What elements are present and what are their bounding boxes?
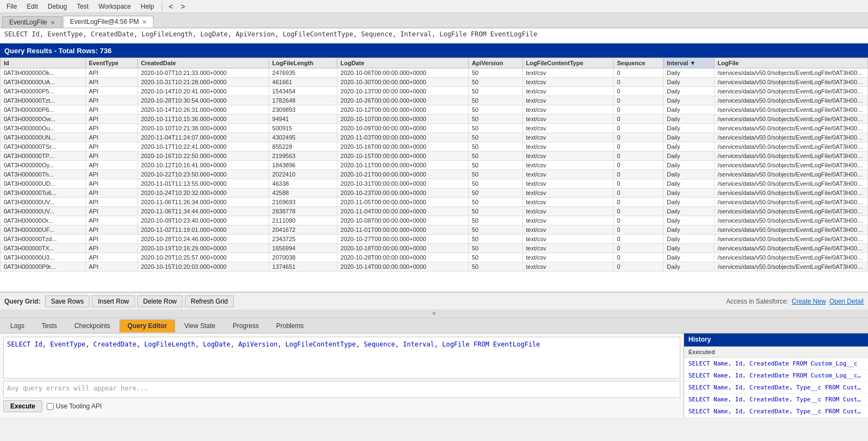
editor-sql-display[interactable]: SELECT Id, EventType, CreatedDate, LogFi… [3, 337, 680, 379]
history-item[interactable]: SELECT Name, Id, CreatedDate FROM Custom… [684, 358, 868, 370]
table-row[interactable]: 0AT3H000000P6...API2020-10-14T10:26:31.0… [1, 105, 868, 115]
table-row[interactable]: 0AT3H000000Th...API2020-10-22T10:23:50.0… [1, 170, 868, 179]
tab-tests[interactable]: Tests [34, 319, 65, 332]
tab-checkpoints[interactable]: Checkpoints [66, 319, 118, 332]
col-logdate[interactable]: LogDate [337, 58, 468, 68]
table-cell: 50 [468, 225, 522, 235]
table-cell: text/csv [522, 253, 614, 262]
tab-eventlogfile-time[interactable]: EventLogFile@4:56 PM ✕ [63, 16, 154, 28]
table-cell: 0 [614, 225, 663, 235]
col-id[interactable]: Id [1, 58, 86, 68]
tab-query-editor[interactable]: Query Editor [119, 319, 175, 332]
table-cell: /services/data/v50.0/sobjects/EventLogFi… [714, 152, 867, 161]
col-logfile[interactable]: LogFile [714, 58, 867, 68]
table-cell: 0AT3H000000Oy... [1, 161, 86, 170]
table-row[interactable]: 0AT3H000000TP...API2020-10-16T10:22:50.0… [1, 152, 868, 161]
sql-text: SELECT Id, EventType, CreatedDate, LogFi… [4, 30, 538, 38]
table-row[interactable]: 0AT3H000000UD...API2020-11-01T11:13:55.0… [1, 179, 868, 188]
table-cell: /services/data/v50.0/sobjects/EventLogFi… [714, 235, 867, 244]
table-row[interactable]: 0AT3H000000Oy...API2020-10-12T10:16:41.0… [1, 161, 868, 170]
history-item[interactable]: SELECT Name, Id, CreatedDate, Type__c FR… [684, 394, 868, 406]
tab-view-state[interactable]: View State [176, 319, 224, 332]
table-cell: Daily [663, 262, 714, 272]
col-eventtype[interactable]: EventType [85, 58, 137, 68]
menu-file[interactable]: File [2, 2, 21, 11]
table-row[interactable]: 0AT3H000000UN...API2020-11-04T11:24:07.0… [1, 133, 868, 142]
tab-progress[interactable]: Progress [225, 319, 267, 332]
table-row[interactable]: 0AT3H000000To6...API2020-10-24T10:20:32.… [1, 188, 868, 198]
history-item[interactable]: SELECT Name, Id, CreatedDate, Type__c FR… [684, 382, 868, 394]
table-row[interactable]: 0AT3H000000UF...API2020-11-02T11:19:01.0… [1, 225, 868, 235]
table-row[interactable]: 0AT3H000000UA...API2020-10-31T10:21:28.0… [1, 78, 868, 87]
table-row[interactable]: 0AT3H000000UV...API2020-11-06T11:34:44.0… [1, 207, 868, 216]
table-row[interactable]: 0AT3H000000Ou...API2020-10-10T10:21:38.0… [1, 124, 868, 133]
delete-row-button[interactable]: Delete Row [137, 295, 183, 307]
table-cell: Daily [663, 179, 714, 188]
table-row[interactable]: 0AT3H000000UV...API2020-11-06T11:26:34.0… [1, 198, 868, 207]
table-cell: 50 [468, 235, 522, 244]
table-cell: API [85, 87, 137, 96]
tab-close-icon[interactable]: ✕ [142, 19, 146, 25]
execute-bar: Execute Use Tooling API [3, 398, 680, 414]
table-row[interactable]: 0AT3H000000U3...API2020-10-29T10:25:57.0… [1, 253, 868, 262]
table-cell: 0AT3H000000P5... [1, 87, 86, 96]
grid-toolbar-label: Query Grid: [4, 298, 41, 305]
table-row[interactable]: 0AT3H000000TX...API2020-10-19T10:16:29.0… [1, 244, 868, 253]
table-row[interactable]: 0AT3H000000Tzd...API2020-10-28T10:24:46.… [1, 235, 868, 244]
table-row[interactable]: 0AT3H000000Or...API2020-10-09T10:23:40.0… [1, 216, 868, 225]
table-cell: text/csv [522, 179, 614, 188]
table-cell: 0 [614, 78, 663, 87]
table-row[interactable]: 0AT3H000000P5...API2020-10-14T10:20:41.0… [1, 87, 868, 96]
table-row[interactable]: 0AT3H000000TSr...API2020-10-17T10:22:41.… [1, 142, 868, 152]
tab-close-icon[interactable]: ✕ [50, 20, 55, 26]
menu-debug[interactable]: Debug [43, 2, 71, 11]
col-createddate[interactable]: CreatedDate [137, 58, 269, 68]
table-cell: 50 [468, 179, 522, 188]
table-row[interactable]: 0AT3H000000Tzt...API2020-10-28T10:30:54.… [1, 96, 868, 105]
table-cell: API [85, 253, 137, 262]
col-logfilelength[interactable]: LogFileLength [269, 58, 337, 68]
open-detail-link[interactable]: Open Detail [829, 298, 864, 305]
editor-left: SELECT Id, EventType, CreatedDate, LogFi… [0, 333, 684, 418]
table-cell: text/csv [522, 152, 614, 161]
col-interval[interactable]: Interval ▼ [663, 58, 714, 68]
execute-button[interactable]: Execute [3, 400, 42, 412]
refresh-grid-button[interactable]: Refresh Grid [185, 295, 234, 307]
insert-row-button[interactable]: Insert Row [92, 295, 135, 307]
menu-test[interactable]: Test [72, 2, 93, 11]
table-cell: text/csv [522, 124, 614, 133]
nav-next[interactable]: > [177, 1, 188, 12]
table-cell: 2020-11-01T00:00:00.000+0000 [337, 225, 468, 235]
table-cell: API [85, 216, 137, 225]
data-grid-wrapper[interactable]: Id EventType CreatedDate LogFileLength L… [0, 58, 868, 292]
col-sequence[interactable]: Sequence [614, 58, 663, 68]
table-cell: 50 [468, 198, 522, 207]
table-cell: Daily [663, 207, 714, 216]
table-cell: Daily [663, 170, 714, 179]
save-rows-button[interactable]: Save Rows [45, 295, 90, 307]
table-cell: 0AT3H000000UV... [1, 198, 86, 207]
tab-problems[interactable]: Problems [268, 319, 312, 332]
table-row[interactable]: 0AT3H000000Ok...API2020-10-07T10:21:33.0… [1, 68, 868, 78]
history-item[interactable]: SELECT Name, Id, CreatedDate FROM Custom… [684, 370, 868, 382]
table-cell: 0 [614, 188, 663, 198]
col-logfilecontenttype[interactable]: LogFileContentType [522, 58, 614, 68]
table-cell: text/csv [522, 87, 614, 96]
tab-eventlogfile[interactable]: EventLogFile ✕ [2, 16, 62, 28]
table-row[interactable]: 0AT3H000000P9r...API2020-10-15T10:20:03.… [1, 262, 868, 272]
menu-edit[interactable]: Edit [22, 2, 42, 11]
history-item[interactable]: SELECT Name, Id, CreatedDate, Type__c FR… [684, 406, 868, 418]
table-cell: 2020-10-15T10:20:03.000+0000 [137, 262, 269, 272]
menu-workspace[interactable]: Workspace [94, 2, 135, 11]
col-apiversion[interactable]: ApiVersion [468, 58, 522, 68]
menu-help[interactable]: Help [136, 2, 158, 11]
tooling-api-checkbox[interactable] [47, 403, 54, 410]
table-cell: Daily [663, 161, 714, 170]
table-row[interactable]: 0AT3H000000Ow...API2020-10-11T10:15:36.0… [1, 115, 868, 124]
nav-prev[interactable]: < [165, 1, 176, 12]
create-new-link[interactable]: Create New [792, 298, 826, 305]
tab-logs[interactable]: Logs [2, 319, 33, 332]
table-cell: 0AT3H000000TSr... [1, 142, 86, 152]
table-cell: 50 [468, 188, 522, 198]
table-cell: Daily [663, 225, 714, 235]
